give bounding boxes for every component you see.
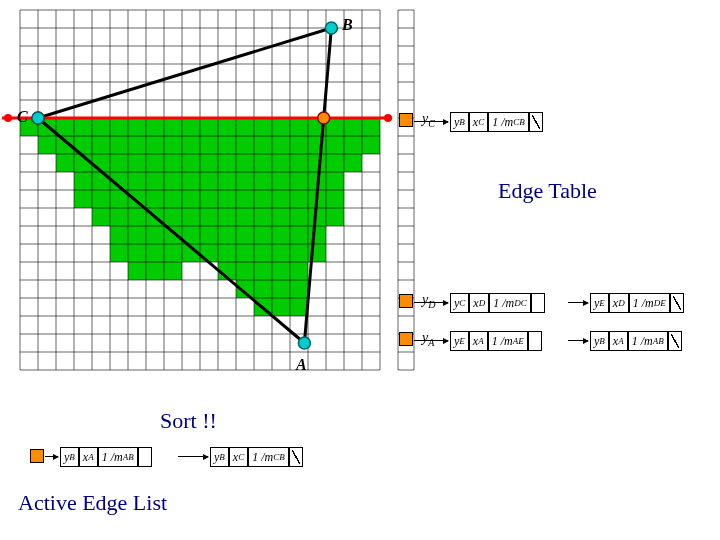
svg-rect-105: [200, 226, 218, 244]
link-arrow: [414, 302, 448, 303]
svg-rect-4: [92, 118, 110, 136]
link-arrow: [45, 456, 58, 457]
svg-rect-126: [164, 262, 182, 280]
svg-rect-85: [326, 190, 344, 208]
svg-rect-75: [146, 190, 164, 208]
svg-rect-33: [272, 136, 290, 154]
svg-rect-68: [290, 172, 308, 190]
svg-rect-65: [236, 172, 254, 190]
svg-rect-14: [272, 118, 290, 136]
edge-record: yExD1 / mDE: [590, 293, 684, 313]
edge-record: yBxC1 / mCB: [450, 112, 543, 132]
svg-rect-115: [164, 244, 182, 262]
svg-rect-76: [164, 190, 182, 208]
svg-rect-49: [236, 154, 254, 172]
svg-rect-103: [164, 226, 182, 244]
svg-rect-60: [146, 172, 164, 190]
svg-rect-96: [272, 208, 290, 226]
svg-rect-56: [74, 172, 92, 190]
svg-rect-32: [254, 136, 272, 154]
svg-point-212: [325, 22, 337, 34]
svg-rect-77: [182, 190, 200, 208]
svg-rect-90: [164, 208, 182, 226]
svg-rect-38: [362, 136, 380, 154]
svg-rect-83: [290, 190, 308, 208]
svg-rect-12: [236, 118, 254, 136]
ael-head: [30, 449, 44, 463]
svg-rect-71: [74, 190, 92, 208]
svg-rect-82: [272, 190, 290, 208]
svg-rect-18: [344, 118, 362, 136]
svg-point-211: [318, 112, 330, 124]
y-label: yA: [422, 330, 434, 348]
svg-rect-29: [200, 136, 218, 154]
link-arrow: [178, 456, 208, 457]
svg-rect-39: [56, 154, 74, 172]
svg-rect-53: [308, 154, 326, 172]
bucket-marker: [399, 113, 413, 127]
svg-rect-108: [254, 226, 272, 244]
svg-rect-124: [128, 262, 146, 280]
svg-rect-64: [218, 172, 236, 190]
svg-rect-54: [326, 154, 344, 172]
svg-rect-138: [290, 298, 308, 316]
svg-rect-91: [182, 208, 200, 226]
svg-rect-48: [218, 154, 236, 172]
link-arrow: [568, 302, 588, 303]
svg-rect-19: [362, 118, 380, 136]
svg-rect-5: [110, 118, 128, 136]
svg-rect-86: [92, 208, 110, 226]
svg-rect-134: [272, 280, 290, 298]
vertex-label-a: A: [296, 356, 307, 374]
svg-rect-62: [182, 172, 200, 190]
svg-rect-78: [200, 190, 218, 208]
svg-rect-94: [236, 208, 254, 226]
svg-rect-46: [182, 154, 200, 172]
vertex-label-c: C: [17, 108, 28, 126]
svg-rect-3: [74, 118, 92, 136]
svg-rect-125: [146, 262, 164, 280]
svg-rect-93: [218, 208, 236, 226]
link-arrow: [568, 340, 588, 341]
link-arrow: [414, 340, 448, 341]
y-label: yC: [422, 111, 435, 129]
svg-rect-112: [110, 244, 128, 262]
svg-rect-99: [326, 208, 344, 226]
svg-rect-128: [236, 262, 254, 280]
svg-rect-97: [290, 208, 308, 226]
svg-rect-92: [200, 208, 218, 226]
svg-rect-129: [254, 262, 272, 280]
edge-record: yBxA1 / mAB: [60, 447, 152, 467]
svg-rect-10: [200, 118, 218, 136]
svg-point-208: [4, 114, 12, 122]
edge-record: yBxA1 / mAB: [590, 331, 682, 351]
svg-rect-47: [200, 154, 218, 172]
svg-rect-79: [218, 190, 236, 208]
svg-rect-2: [56, 118, 74, 136]
svg-rect-20: [38, 136, 56, 154]
svg-rect-31: [236, 136, 254, 154]
svg-rect-25: [128, 136, 146, 154]
svg-rect-87: [110, 208, 128, 226]
svg-rect-110: [290, 226, 308, 244]
y-label: yD: [422, 292, 435, 310]
svg-rect-13: [254, 118, 272, 136]
svg-rect-59: [128, 172, 146, 190]
svg-rect-11: [218, 118, 236, 136]
svg-point-214: [298, 337, 310, 349]
svg-rect-52: [290, 154, 308, 172]
svg-rect-117: [200, 244, 218, 262]
svg-rect-36: [326, 136, 344, 154]
edge-record: yCxD1 / mDC: [450, 293, 545, 313]
svg-rect-133: [254, 280, 272, 298]
svg-rect-122: [290, 244, 308, 262]
svg-rect-28: [182, 136, 200, 154]
svg-rect-130: [272, 262, 290, 280]
vertex-label-b: B: [342, 16, 353, 34]
ael-heading: Active Edge List: [18, 490, 167, 516]
svg-rect-135: [290, 280, 308, 298]
svg-rect-72: [92, 190, 110, 208]
svg-rect-95: [254, 208, 272, 226]
link-arrow: [414, 121, 448, 122]
svg-rect-80: [236, 190, 254, 208]
